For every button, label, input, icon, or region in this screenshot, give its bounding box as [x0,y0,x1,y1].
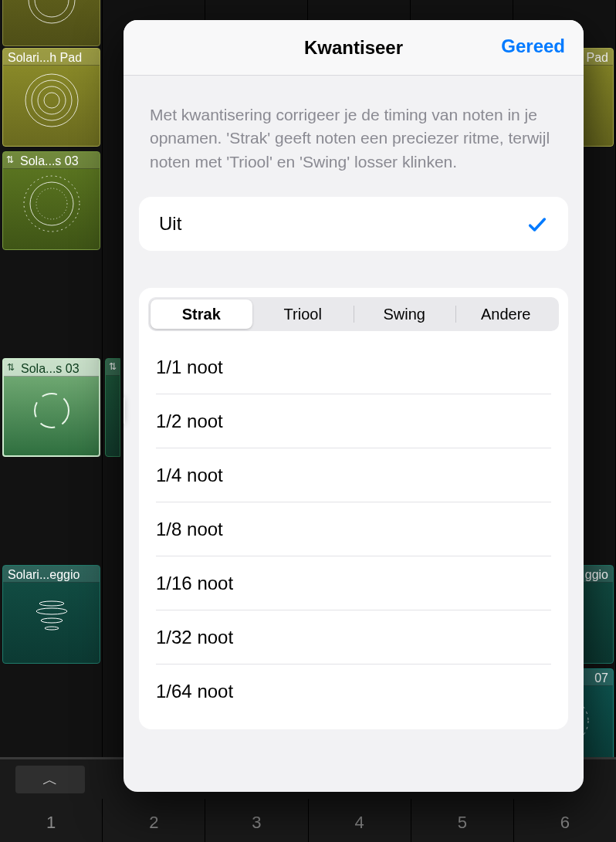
clip-cell[interactable]: Solari...eggio [2,565,100,664]
svg-point-4 [38,86,66,114]
svg-point-2 [25,74,78,127]
segment-strak[interactable]: Strak [151,299,252,329]
quantize-popover: Kwantiseer Gereed Met kwantisering corri… [124,20,584,792]
clip-cell[interactable]: ⇅ Sola...s 03 [2,151,100,250]
clip-cell[interactable]: ⇅ [105,358,120,457]
quantize-panel: Strak Triool Swing Andere 1/1 noot 1/2 n… [139,288,568,729]
note-option[interactable]: 1/4 noot [156,448,551,502]
segment-andere[interactable]: Andere [455,299,557,329]
svg-point-10 [39,601,64,606]
svg-point-1 [35,0,69,17]
chevron-up-icon: ︿ [42,769,58,790]
svg-point-9 [35,394,69,428]
popover-description: Met kwantisering corrigeer je de timing … [124,76,584,197]
expand-button[interactable]: ︿ [15,766,85,793]
updown-icon: ⇅ [109,361,117,372]
clip-cell[interactable] [2,0,100,46]
svg-point-12 [41,618,63,623]
note-option[interactable]: 1/2 noot [156,394,551,448]
svg-point-0 [29,0,75,23]
quantize-off-row[interactable]: Uit [139,197,568,251]
segment-swing[interactable]: Swing [354,299,455,329]
svg-point-6 [24,176,80,232]
note-value-list: 1/1 noot 1/2 noot 1/4 noot 1/8 noot 1/16… [139,340,568,729]
clip-label: Sola...s 03 [20,154,95,168]
off-label: Uit [159,213,181,235]
clip-label: Pad [587,51,608,65]
clip-label: ggio [585,568,608,582]
scene-trigger[interactable]: 5 [411,799,513,842]
svg-point-11 [36,608,67,614]
scene-trigger[interactable]: 6 [513,799,616,842]
scene-triggers: 1 2 3 4 5 6 [0,799,616,842]
segment-triool[interactable]: Triool [252,299,354,329]
clip-cell[interactable]: Solari...h Pad [2,48,100,147]
clip-label: Solari...h Pad [8,51,95,65]
note-option[interactable]: 1/8 noot [156,502,551,556]
segmented-control: Strak Triool Swing Andere [148,297,559,331]
updown-icon: ⇅ [6,154,14,165]
scene-trigger[interactable]: 1 [0,799,102,842]
clip-label: Solari...eggio [8,568,95,582]
done-button[interactable]: Gereed [501,36,565,57]
scene-trigger[interactable]: 3 [205,799,307,842]
note-option[interactable]: 1/64 noot [156,664,551,719]
clip-label: Sola...s 03 [21,362,94,376]
svg-point-8 [36,188,67,219]
clip-cell-selected[interactable]: ⇅ Sola...s 03 [2,358,100,457]
svg-point-13 [45,627,59,630]
svg-point-5 [44,93,59,108]
note-option[interactable]: 1/16 noot [156,556,551,610]
updown-icon: ⇅ [7,362,15,373]
clip-label: 07 [594,671,608,685]
scene-trigger[interactable]: 2 [102,799,205,842]
popover-title: Kwantiseer [304,37,403,59]
note-option[interactable]: 1/32 noot [156,610,551,664]
checkmark-icon [526,214,548,238]
note-option[interactable]: 1/1 noot [156,340,551,394]
scene-trigger[interactable]: 4 [308,799,411,842]
popover-header: Kwantiseer Gereed [124,20,584,76]
